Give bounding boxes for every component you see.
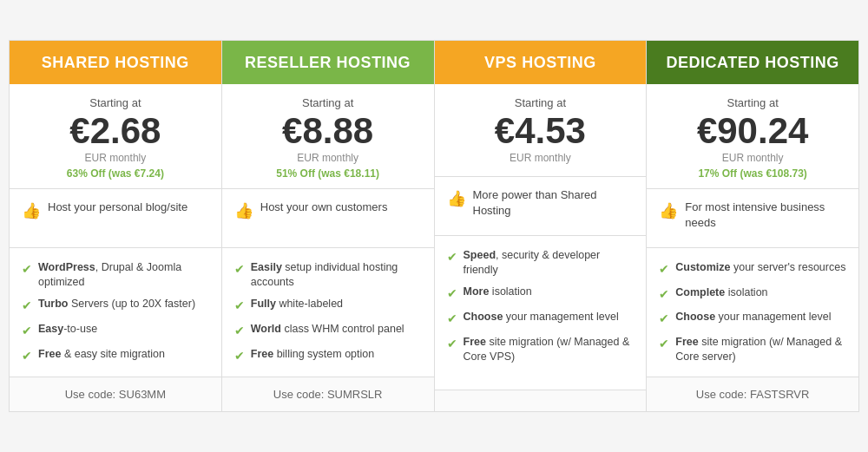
price-value: €90.24: [655, 111, 850, 151]
feature-text: More isolation: [464, 285, 532, 299]
eur-monthly-label: EUR monthly: [444, 152, 638, 164]
dedicated-footer: Use code: FASTSRVR: [647, 377, 858, 411]
feature-text: Free site migration (w/ Managed & Core V…: [464, 335, 635, 364]
shared-highlight: 👍Host your personal blog/site: [10, 189, 221, 248]
feature-text: Free & easy site migration: [38, 347, 165, 362]
price-value: €8.88: [231, 111, 425, 151]
feature-text: Customize your server's resources: [675, 260, 845, 275]
dedicated-highlight: 👍For most intensive business needs: [647, 189, 858, 248]
checkmark-icon: ✔: [447, 336, 457, 352]
highlight-text: Host your own customers: [260, 200, 388, 215]
feature-item: ✔Customize your server's resources: [659, 260, 846, 278]
checkmark-icon: ✔: [447, 285, 457, 302]
feature-text: Speed, security & developer friendly: [464, 248, 635, 278]
feature-item: ✔Easily setup individual hosting account…: [234, 260, 422, 290]
plan-dedicated: DEDICATED HOSTINGStarting at€90.24EUR mo…: [647, 41, 858, 411]
feature-bold-text: WordPress: [38, 261, 95, 273]
feature-bold-text: Complete: [675, 286, 725, 298]
feature-text: Fully white-labeled: [251, 297, 343, 311]
feature-bold-text: World: [251, 323, 281, 335]
vps-header: VPS HOSTING: [435, 41, 647, 85]
reseller-features: ✔Easily setup individual hosting account…: [222, 248, 434, 377]
checkmark-icon: ✔: [234, 298, 245, 314]
feature-item: ✔Free site migration (w/ Managed & Core …: [659, 335, 846, 364]
vps-highlight: 👍More power than Shared Hosting: [435, 177, 647, 236]
shared-features: ✔WordPress, Drupal & Joomla optimized✔Tu…: [10, 248, 221, 377]
eur-monthly-label: EUR monthly: [231, 152, 425, 164]
feature-item: ✔Complete isolation: [659, 285, 846, 303]
checkmark-icon: ✔: [22, 348, 32, 364]
feature-text: World class WHM control panel: [251, 322, 404, 337]
feature-text: Free site migration (w/ Managed & Core s…: [675, 335, 846, 364]
feature-text: Easily setup individual hosting accounts: [251, 260, 422, 290]
feature-item: ✔Speed, security & developer friendly: [447, 248, 635, 278]
vps-pricing: Starting at€4.53EUR monthly: [435, 84, 647, 176]
eur-monthly-label: EUR monthly: [655, 152, 850, 164]
checkmark-icon: ✔: [659, 336, 669, 352]
feature-text: Easy-to-use: [38, 322, 97, 337]
feature-text: WordPress, Drupal & Joomla optimized: [38, 260, 209, 290]
thumbs-up-icon: 👍: [659, 201, 678, 220]
highlight-text: Host your personal blog/site: [48, 200, 187, 215]
feature-bold-text: Free: [251, 348, 273, 360]
feature-item: ✔More isolation: [447, 285, 635, 302]
highlight-text: More power than Shared Hosting: [473, 187, 635, 219]
discount-badge: 51% Off (was €18.11): [231, 167, 425, 180]
shared-footer: Use code: SU63MM: [10, 377, 221, 411]
shared-pricing: Starting at€2.68EUR monthly63% Off (was …: [10, 84, 221, 188]
dedicated-pricing: Starting at€90.24EUR monthly17% Off (was…: [647, 84, 858, 188]
checkmark-icon: ✔: [659, 261, 669, 278]
discount-badge: 17% Off (was €108.73): [655, 167, 850, 180]
feature-item: ✔World class WHM control panel: [234, 322, 422, 339]
checkmark-icon: ✔: [447, 311, 457, 327]
checkmark-icon: ✔: [22, 323, 32, 339]
pricing-table: SHARED HOSTINGStarting at€2.68EUR monthl…: [9, 40, 859, 412]
reseller-highlight: 👍Host your own customers: [222, 189, 434, 248]
checkmark-icon: ✔: [22, 298, 32, 314]
shared-header: SHARED HOSTING: [10, 41, 221, 85]
vps-footer: [435, 390, 647, 411]
dedicated-features: ✔Customize your server's resources✔Compl…: [647, 248, 858, 377]
eur-monthly-label: EUR monthly: [18, 152, 213, 164]
feature-bold-text: Free: [38, 348, 61, 360]
feature-bold-text: Turbo: [38, 298, 68, 310]
feature-item: ✔Choose your management level: [659, 310, 846, 327]
feature-text: Choose your management level: [464, 310, 619, 324]
feature-text: Choose your management level: [675, 310, 831, 324]
feature-bold-text: Easily: [251, 261, 282, 273]
feature-bold-text: Choose: [464, 311, 503, 323]
feature-bold-text: Customize: [675, 261, 730, 273]
starting-at-label: Starting at: [655, 96, 850, 109]
checkmark-icon: ✔: [447, 249, 457, 265]
feature-bold-text: Free: [464, 336, 486, 348]
reseller-footer: Use code: SUMRSLR: [222, 377, 434, 411]
thumbs-up-icon: 👍: [22, 201, 41, 220]
reseller-pricing: Starting at€8.88EUR monthly51% Off (was …: [222, 84, 434, 188]
feature-item: ✔Free site migration (w/ Managed & Core …: [447, 335, 635, 364]
plan-reseller: RESELLER HOSTINGStarting at€8.88EUR mont…: [222, 41, 435, 411]
feature-item: ✔Free billing system option: [234, 347, 422, 364]
feature-text: Complete isolation: [675, 285, 767, 300]
feature-item: ✔Fully white-labeled: [234, 297, 422, 314]
feature-bold-text: More: [464, 285, 490, 298]
plan-shared: SHARED HOSTINGStarting at€2.68EUR monthl…: [10, 41, 222, 411]
feature-item: ✔WordPress, Drupal & Joomla optimized: [22, 260, 209, 290]
thumbs-up-icon: 👍: [447, 189, 466, 208]
feature-text: Turbo Servers (up to 20X faster): [38, 297, 195, 311]
checkmark-icon: ✔: [659, 286, 669, 303]
feature-item: ✔Free & easy site migration: [22, 347, 209, 364]
feature-bold-text: Fully: [251, 298, 276, 310]
vps-features: ✔Speed, security & developer friendly✔Mo…: [435, 236, 647, 390]
feature-item: ✔Turbo Servers (up to 20X faster): [22, 297, 209, 314]
plan-vps: VPS HOSTINGStarting at€4.53EUR monthly👍M…: [435, 41, 648, 411]
checkmark-icon: ✔: [234, 348, 245, 364]
feature-bold-text: Free: [675, 336, 698, 348]
starting-at-label: Starting at: [444, 96, 638, 109]
checkmark-icon: ✔: [22, 261, 32, 278]
starting-at-label: Starting at: [231, 96, 425, 109]
reseller-header: RESELLER HOSTING: [222, 41, 434, 85]
feature-item: ✔Easy-to-use: [22, 322, 209, 339]
highlight-text: For most intensive business needs: [685, 200, 846, 231]
feature-bold-text: Choose: [675, 311, 715, 323]
dedicated-header: DEDICATED HOSTING: [647, 41, 858, 85]
